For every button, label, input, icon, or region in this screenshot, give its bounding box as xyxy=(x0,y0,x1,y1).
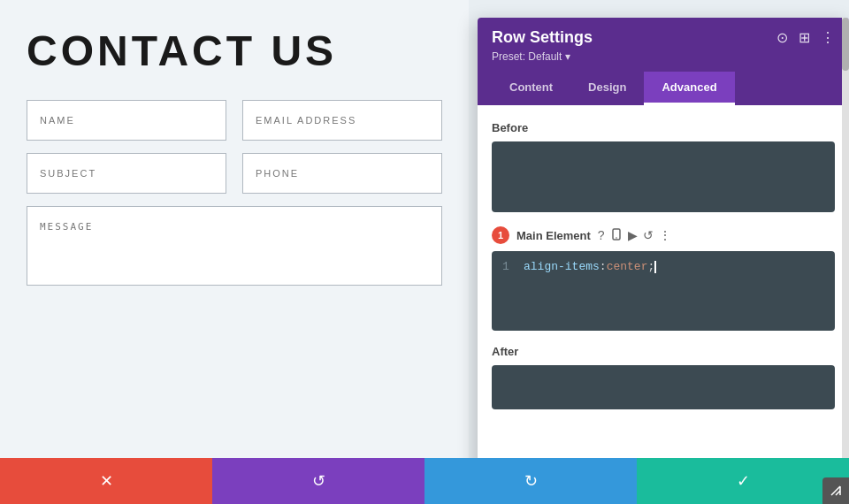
code-line[interactable]: align-items:center; xyxy=(524,260,656,322)
subject-input[interactable] xyxy=(27,153,226,194)
main-element-icons: ? ▶ ↺ ⋮ xyxy=(598,228,671,243)
undo-icon[interactable]: ↺ xyxy=(643,228,654,242)
reset-icon: ↺ xyxy=(312,471,325,491)
more-options-icon[interactable]: ⋮ xyxy=(659,228,671,242)
cancel-icon: ✕ xyxy=(100,471,113,491)
after-label: After xyxy=(492,345,835,358)
form-row-2 xyxy=(27,153,442,194)
css-property: align-items xyxy=(524,260,600,273)
line-number: 1 xyxy=(502,260,515,322)
reset-button[interactable]: ↺ xyxy=(212,458,424,504)
action-bar: ✕ ↺ ↻ ✓ xyxy=(0,458,849,504)
css-value: center xyxy=(607,260,648,273)
layout-icon[interactable]: ⊞ xyxy=(799,29,810,46)
panel-title: Row Settings xyxy=(492,28,593,47)
tab-advanced[interactable]: Advanced xyxy=(644,72,734,105)
form-row-1 xyxy=(27,100,442,141)
before-code-area[interactable] xyxy=(492,141,835,212)
more-icon[interactable]: ⋮ xyxy=(821,29,835,46)
email-input[interactable] xyxy=(242,100,442,141)
phone-input[interactable] xyxy=(242,153,442,194)
main-element-bar: 1 Main Element ? ▶ ↺ ⋮ xyxy=(492,226,835,244)
question-icon[interactable]: ? xyxy=(598,228,605,242)
panel-tabs: Content Design Advanced xyxy=(492,72,835,105)
page-canvas: CONTACT US SUBMIT xyxy=(0,0,469,504)
save-icon: ✓ xyxy=(737,471,750,491)
redo-button[interactable]: ↻ xyxy=(424,458,637,504)
scrollbar-thumb[interactable] xyxy=(842,18,849,71)
step-badge: 1 xyxy=(492,226,509,244)
save-button[interactable]: ✓ xyxy=(637,458,849,504)
name-input[interactable] xyxy=(27,100,226,141)
before-label: Before xyxy=(492,121,835,134)
scrollbar-track[interactable] xyxy=(842,18,849,500)
cursor-icon[interactable]: ▶ xyxy=(628,228,638,242)
panel-header-top: Row Settings ⊙ ⊞ ⋮ xyxy=(492,28,835,47)
main-element-label: Main Element xyxy=(516,229,591,242)
after-code-area[interactable] xyxy=(492,365,835,409)
code-editor[interactable]: 1 align-items:center; xyxy=(492,251,835,331)
message-input[interactable] xyxy=(27,206,442,286)
row-settings-panel: Row Settings ⊙ ⊞ ⋮ Preset: Default ▾ Con… xyxy=(478,18,849,500)
mobile-icon[interactable] xyxy=(610,228,623,243)
panel-header: Row Settings ⊙ ⊞ ⋮ Preset: Default ▾ Con… xyxy=(478,18,849,105)
panel-preset[interactable]: Preset: Default ▾ xyxy=(492,50,835,63)
tab-design[interactable]: Design xyxy=(570,72,644,105)
tab-content[interactable]: Content xyxy=(492,72,570,105)
responsive-icon[interactable]: ⊙ xyxy=(776,29,788,46)
form-row-3 xyxy=(27,206,442,286)
svg-point-1 xyxy=(616,237,617,239)
text-cursor xyxy=(654,261,656,273)
redo-icon: ↻ xyxy=(524,471,538,491)
panel-body: Before 1 Main Element ? ▶ ↺ ⋮ 1 xyxy=(478,105,849,500)
cancel-button[interactable]: ✕ xyxy=(0,458,212,504)
contact-title: CONTACT US xyxy=(27,27,337,75)
corner-resize-icon[interactable] xyxy=(822,477,849,504)
panel-header-icons: ⊙ ⊞ ⋮ xyxy=(776,29,835,46)
